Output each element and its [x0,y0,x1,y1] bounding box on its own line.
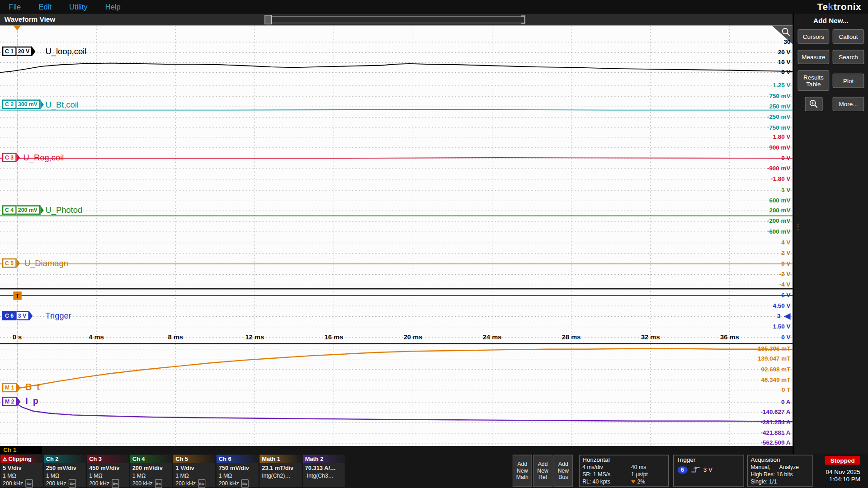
sample-interval: 1 µs/pt [631,471,648,478]
c4-badge-tip [40,206,43,215]
math2-card-details: 70.313 A/…-Intg(Ch3… [303,463,345,479]
c5-channel-badge[interactable]: C 5 [2,258,20,268]
bandwidth-limit-icon: Bw [68,479,75,488]
c6-scale-badge[interactable]: 3 V [16,311,29,320]
c3-id-badge[interactable]: C 3 [2,153,16,162]
c1-channel-badge[interactable]: C 120 V [2,47,36,56]
c1-scale-badge[interactable]: 20 V [16,47,32,56]
add-new-results-table-button[interactable]: Results Table [797,70,829,91]
overview-grip-icon[interactable] [264,15,272,24]
horizontal-panel[interactable]: Horizontal 4 ms/div40 ms SR: 1 MS/s1 µs/… [579,455,669,487]
ch3-card-line: 1 MΩ [89,472,129,479]
ch3-settings-card[interactable]: Ch 3450 mV/div1 MΩ200 kHzBw [87,455,129,487]
m2-channel-badge[interactable]: M 2 [2,397,20,406]
add-new-ref-button[interactable]: AddNewRef [533,455,552,487]
c4-id-badge[interactable]: C 4 [2,205,16,215]
add-new-measure-button[interactable]: Measure [797,50,829,64]
m1-badge-tip [17,383,20,392]
m2-tick-label: -281.254 A [760,419,790,426]
add-new-search-button[interactable]: Search [833,50,864,64]
m1-id-badge[interactable]: M 1 [2,383,17,392]
math2-card-line: -Intg(Ch3… [305,472,345,479]
ch4-card-details: 200 mV/div1 MΩ200 kHzBw [130,463,172,488]
panel-drag-handle[interactable]: ⋮ [794,224,802,229]
c6-id-badge[interactable]: C 6 [2,311,16,320]
menu-utility[interactable]: Utility [61,3,97,11]
c2-tick-label: -250 mV [767,113,791,121]
overview-end-bracket[interactable] [521,15,525,23]
horizontal-scale: 4 ms/div [582,464,631,471]
menu-file[interactable]: File [0,3,30,11]
c3-trace [0,158,793,158]
c2-scale-badge[interactable]: 300 mV [16,99,40,109]
trigger-position-marker[interactable] [13,25,21,30]
c4-tick-label: -600 mV [767,228,791,235]
c3-tick-label: 900 mV [769,144,790,151]
menubar: FileEditUtilityHelp Tektronix [0,0,868,14]
trigger-position-value: 2% [631,478,645,485]
m2-tick-label: -421.881 A [760,429,790,436]
ch2-settings-card[interactable]: Ch 2250 mV/div1 MΩ200 kHzBw [44,455,86,487]
zoom-magnifier-icon[interactable] [781,27,791,37]
add-new-zoom-button[interactable] [805,97,822,111]
add-button-word: New [513,468,531,474]
c6-tick-label: 4.50 V [773,302,791,310]
horizontal-row: SR: 1 MS/s1 µs/pt [580,471,668,478]
add-new-plot-button[interactable]: Plot [833,73,864,88]
tab-ch1[interactable]: Ch 1 [0,446,42,454]
ch5-card-details: 1 V/div1 MΩ200 kHzBw [173,463,215,488]
c3-tick-label: 1.80 V [773,133,791,141]
clipping-warning-icon: ⚠ [3,456,7,462]
add-button-word: New [533,468,552,474]
trigger-level-arrow[interactable] [784,313,791,320]
add-new-more-button[interactable]: More... [833,97,864,111]
ch3-card-details: 450 mV/div1 MΩ200 kHzBw [87,463,129,488]
c4-channel-badge[interactable]: C 4200 mV [2,205,43,215]
c3-channel-badge[interactable]: C 3 [2,153,20,162]
ch5-card-header: Ch 5 [173,455,215,463]
ch5-card-line: 1 MΩ [175,472,215,479]
c1-badge-tip [32,47,35,56]
ch4-card-line: 200 mV/div [132,464,172,472]
bandwidth-limit-icon: Bw [112,479,119,488]
m2-tick-label: 0 A [781,399,790,406]
ch4-settings-card[interactable]: Ch 4200 mV/div1 MΩ200 kHzBw [130,455,172,487]
waveform-plot-area[interactable]: 0 s4 ms8 ms12 ms16 ms20 ms24 ms28 ms32 m… [0,25,793,446]
trigger-source-badge[interactable]: 6 [678,466,688,474]
add-new-bus-button[interactable]: AddNewBus [553,455,573,487]
sample-rate: SR: 1 MS/s [582,471,631,478]
c2-channel-badge[interactable]: C 2300 mV [2,99,43,109]
acq-single: Single: 1/1 [750,478,777,485]
math2-settings-card[interactable]: Math 270.313 A/…-Intg(Ch3… [303,455,345,487]
math2-card-header: Math 2 [303,455,345,463]
c1-label: U_loop,coil [45,46,86,56]
ch5-settings-card[interactable]: Ch 51 V/div1 MΩ200 kHzBw [173,455,215,487]
c1-id-badge[interactable]: C 1 [2,47,16,56]
m2-id-badge[interactable]: M 2 [2,397,17,406]
ch6-card-header: Ch 6 [217,455,259,463]
c4-scale-badge[interactable]: 200 mV [16,205,40,215]
menu-edit[interactable]: Edit [30,3,61,11]
trigger-panel[interactable]: Trigger 6 3 V [673,455,744,487]
trigger-t-marker[interactable]: T [13,291,21,300]
ch1-settings-card[interactable]: ⚠Clipping5 V/div1 MΩ200 kHzBw [0,455,42,487]
ch1-card-line: 200 kHzBw [3,479,42,488]
date-label: 04 Nov 2025 [817,469,860,476]
math1-settings-card[interactable]: Math 123.1 mT/divIntg(Ch2)… [259,455,302,487]
trigger-level-value: 3 V [703,466,712,473]
menu-help[interactable]: Help [96,3,129,11]
c2-id-badge[interactable]: C 2 [2,99,16,109]
c6-channel-badge[interactable]: C 63 V [2,311,33,320]
c3-label: U_Rog,coil [23,152,64,163]
horizontal-overview-bar[interactable] [271,16,525,23]
m1-channel-badge[interactable]: M 1 [2,383,20,392]
add-new-callout-button[interactable]: Callout [833,29,864,44]
c5-id-badge[interactable]: C 5 [2,258,16,268]
ch6-settings-card[interactable]: Ch 6750 mV/div1 MΩ200 kHzBw [217,455,259,487]
add-button-word: Bus [554,474,572,481]
math2-card-line: 70.313 A/… [305,464,345,472]
add-new-math-button[interactable]: AddNewMath [513,455,532,487]
acquisition-status-badge[interactable]: Stopped [825,456,860,465]
add-new-cursors-button[interactable]: Cursors [797,29,829,44]
acquisition-panel[interactable]: Acquisition Manual,Analyze High Res: 16 … [747,455,812,487]
